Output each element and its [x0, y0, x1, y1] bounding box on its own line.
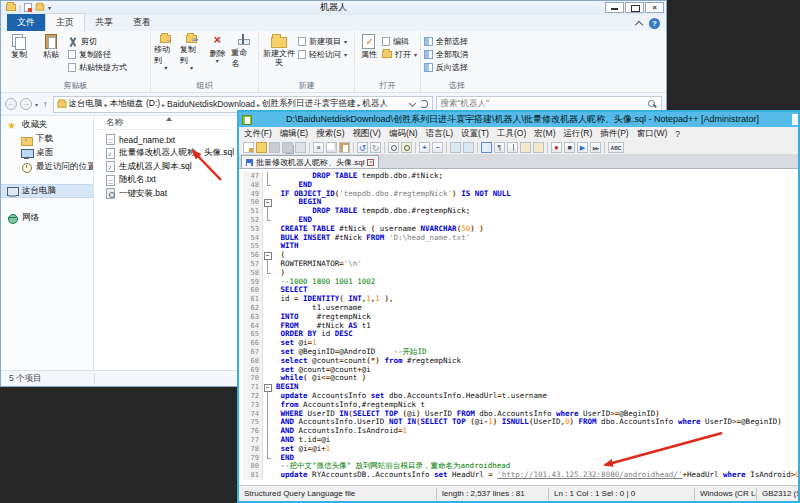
- select-all-button[interactable]: 全部选择: [424, 35, 468, 48]
- menu-item[interactable]: ?: [675, 129, 680, 139]
- help-icon[interactable]: ?: [649, 18, 660, 29]
- edit-button[interactable]: 编辑: [382, 35, 417, 48]
- delete-button[interactable]: × 删除 ▾: [206, 33, 230, 63]
- breadcrumb-item[interactable]: 创胜系列日进斗寰宇搭建: [262, 98, 356, 110]
- open-button[interactable]: 打开▾: [382, 48, 417, 61]
- sync-h-icon[interactable]: [463, 142, 474, 153]
- breadcrumb-item[interactable]: BaiduNetdiskDownload: [167, 99, 255, 109]
- column-header-name[interactable]: 名称: [94, 117, 123, 129]
- rename-button[interactable]: 重命名: [231, 33, 255, 69]
- doc-map-icon[interactable]: [520, 142, 531, 153]
- ribbon-collapse-icon[interactable]: [635, 21, 643, 29]
- partial-window-button[interactable]: [792, 114, 798, 125]
- sidebar-item-net[interactable]: 网络: [1, 211, 93, 225]
- spell-check-icon[interactable]: [608, 142, 624, 153]
- folder-icon: [21, 134, 32, 145]
- qat-newfolder-icon[interactable]: [36, 5, 45, 11]
- menu-item[interactable]: 窗口(W): [637, 128, 668, 140]
- select-none-button[interactable]: 全部取消: [424, 48, 468, 61]
- copy-button[interactable]: 复制: [4, 33, 34, 59]
- replace-icon[interactable]: [401, 142, 412, 153]
- tab-share[interactable]: 共享: [85, 14, 123, 31]
- up-icon[interactable]: ↑: [41, 99, 50, 109]
- copy-path-button[interactable]: 复制路径: [68, 48, 127, 61]
- undo-icon[interactable]: [357, 142, 368, 153]
- cut-button[interactable]: 剪切: [68, 35, 127, 48]
- edit-icon: [382, 37, 390, 46]
- new-item-button[interactable]: 新建项目▾: [298, 35, 347, 48]
- copy-to-button[interactable]: ⇒ 复制到 ▾: [180, 33, 204, 70]
- paste-button[interactable]: 粘贴: [36, 33, 66, 59]
- move-to-button[interactable]: → 移动到 ▾: [154, 33, 178, 70]
- refresh-icon[interactable]: [420, 100, 428, 108]
- copy-icon[interactable]: [326, 142, 337, 153]
- tab-view[interactable]: 查看: [123, 14, 161, 31]
- menu-item[interactable]: 搜索(S): [316, 128, 344, 140]
- menu-item[interactable]: 视图(V): [353, 128, 381, 140]
- cut-icon[interactable]: [313, 142, 324, 153]
- document-tab[interactable]: 批量修改机器人昵称、头像.sql ×: [241, 155, 379, 168]
- play-macro-icon[interactable]: [577, 142, 588, 153]
- fold-collapse-icon[interactable]: [263, 198, 272, 207]
- open-icon[interactable]: [256, 142, 267, 153]
- stop-macro-icon[interactable]: [564, 142, 575, 153]
- fold-margin: [263, 181, 272, 190]
- properties-button[interactable]: 属性: [358, 33, 380, 59]
- new-icon[interactable]: [243, 142, 254, 153]
- history-dropdown-icon[interactable]: ▾: [35, 101, 38, 108]
- paste-shortcut-button[interactable]: 粘贴快捷方式: [68, 61, 127, 74]
- sidebar-item-desktop[interactable]: 桌面: [1, 146, 93, 160]
- word-wrap-icon[interactable]: [481, 142, 492, 153]
- tab-file[interactable]: 文件: [7, 14, 45, 31]
- easy-access-button[interactable]: 轻松访问▾: [298, 48, 347, 61]
- qat-properties-icon[interactable]: [24, 3, 32, 12]
- save-all-icon[interactable]: [282, 142, 293, 153]
- back-icon[interactable]: ←: [5, 98, 17, 110]
- qat-dropdown-icon[interactable]: ▾: [48, 4, 51, 11]
- indent-guide-icon[interactable]: [507, 142, 518, 153]
- minimize-button[interactable]: [605, 2, 624, 13]
- menu-item[interactable]: 宏(M): [534, 128, 555, 140]
- redo-icon[interactable]: [370, 142, 381, 153]
- address-dropdown-icon[interactable]: [408, 99, 415, 106]
- menu-item[interactable]: 工具(O): [497, 128, 526, 140]
- maximize-button[interactable]: [625, 2, 644, 13]
- fold-collapse-icon[interactable]: [263, 251, 272, 260]
- breadcrumb-item[interactable]: 本地磁盘 (D:): [110, 98, 161, 110]
- record-macro-icon[interactable]: [551, 142, 562, 153]
- menu-item[interactable]: 运行(R): [563, 128, 592, 140]
- sidebar-item-star[interactable]: 收藏夹: [1, 118, 93, 132]
- sidebar-item-folder[interactable]: 下载: [1, 132, 93, 146]
- sidebar-item-recent[interactable]: 最近访问的位置: [1, 160, 93, 174]
- notepadpp-titlebar[interactable]: D:\BaiduNetdiskDownload\创胜系列日进斗寰宇搭建\机器人\…: [239, 112, 798, 127]
- paste-icon[interactable]: [339, 142, 350, 153]
- close-button[interactable]: ×: [645, 2, 664, 13]
- line-number: 81: [243, 471, 263, 480]
- editor[interactable]: 47 DROP TABLE tempdb.dbo.#tNick;48 END49…: [239, 169, 798, 485]
- zoom-in-icon[interactable]: [419, 142, 430, 153]
- save-icon[interactable]: [269, 142, 280, 153]
- fold-collapse-icon[interactable]: [263, 383, 272, 392]
- menu-item[interactable]: 文件(F): [244, 128, 272, 140]
- menu-item[interactable]: 编码(N): [389, 128, 418, 140]
- find-icon[interactable]: [388, 142, 399, 153]
- menu-item[interactable]: 设置(T): [461, 128, 489, 140]
- print-icon[interactable]: [295, 142, 306, 153]
- menu-item[interactable]: 编辑(E): [280, 128, 308, 140]
- sync-v-icon[interactable]: [450, 142, 461, 153]
- function-list-icon[interactable]: [533, 142, 544, 153]
- new-folder-button[interactable]: 新建文件夹: [262, 33, 296, 67]
- breadcrumb-item[interactable]: 机器人: [363, 98, 389, 110]
- show-all-chars-icon[interactable]: [494, 142, 505, 153]
- tab-home[interactable]: 主页: [45, 13, 85, 31]
- run-macro-multiple-icon[interactable]: [590, 142, 601, 153]
- breadcrumb-item[interactable]: 这台电脑: [69, 98, 103, 110]
- notepadpp-statusbar: Structured Query Language file length : …: [239, 485, 798, 501]
- tab-close-icon[interactable]: ×: [367, 159, 374, 166]
- forward-icon[interactable]: →: [20, 98, 32, 110]
- invert-selection-button[interactable]: 反向选择: [424, 61, 468, 74]
- sidebar-item-pc[interactable]: 这台电脑: [1, 184, 93, 198]
- menu-item[interactable]: 插件(P): [600, 128, 628, 140]
- menu-item[interactable]: 语言(L): [426, 128, 453, 140]
- zoom-out-icon[interactable]: [432, 142, 443, 153]
